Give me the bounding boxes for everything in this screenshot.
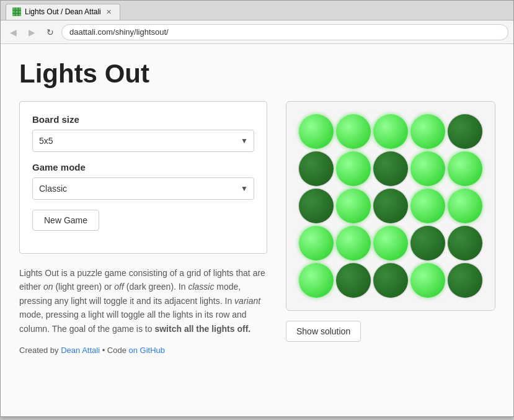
address-bar[interactable] bbox=[61, 24, 508, 40]
board-cell[interactable] bbox=[336, 114, 371, 149]
board-cell[interactable] bbox=[373, 263, 408, 298]
board-cell[interactable] bbox=[448, 189, 482, 223]
desc-off: off bbox=[114, 282, 124, 292]
description: Lights Out is a puzzle game consisting o… bbox=[19, 266, 267, 336]
main-layout: Board size 2x2 3x3 4x4 5x5 6x6 7x7 8x8 9… bbox=[19, 101, 495, 355]
board-cell[interactable] bbox=[410, 263, 445, 298]
tab-close-button[interactable]: ✕ bbox=[105, 7, 113, 16]
board-cell[interactable] bbox=[410, 151, 445, 186]
board-cell[interactable] bbox=[336, 263, 371, 298]
nav-bar: ◀ ▶ ↻ bbox=[1, 20, 513, 44]
board-cell[interactable] bbox=[336, 151, 371, 186]
game-mode-group: Game mode Classic Variant ▼ bbox=[32, 162, 254, 200]
game-mode-select[interactable]: Classic Variant bbox=[32, 177, 254, 200]
board-cell[interactable] bbox=[336, 226, 371, 261]
board-cell[interactable] bbox=[299, 151, 334, 186]
new-game-button[interactable]: New Game bbox=[32, 210, 99, 231]
footer-prefix: Created by bbox=[19, 346, 61, 355]
board-size-select[interactable]: 2x2 3x3 4x4 5x5 6x6 7x7 8x8 9x9 10x10 bbox=[32, 130, 254, 152]
board-cell[interactable] bbox=[299, 189, 334, 223]
board-size-group: Board size 2x2 3x3 4x4 5x5 6x6 7x7 8x8 9… bbox=[32, 114, 254, 152]
desc-goal: switch all the lights off. bbox=[154, 324, 250, 334]
board-cell[interactable] bbox=[448, 151, 482, 186]
board-cell[interactable] bbox=[299, 114, 334, 149]
board-cell[interactable] bbox=[448, 226, 482, 261]
board-cell[interactable] bbox=[336, 189, 371, 223]
board-cell[interactable] bbox=[299, 263, 334, 298]
footer: Created by Dean Attali • Code on GitHub bbox=[19, 346, 267, 355]
browser-window: Lights Out / Dean Attali ✕ ◀ ▶ ↻ Lights … bbox=[0, 0, 514, 417]
forward-button[interactable]: ▶ bbox=[24, 25, 39, 40]
browser-tab[interactable]: Lights Out / Dean Attali ✕ bbox=[6, 4, 120, 20]
board-cell[interactable] bbox=[373, 151, 408, 186]
board-size-select-wrapper: 2x2 3x3 4x4 5x5 6x6 7x7 8x8 9x9 10x10 ▼ bbox=[32, 130, 254, 152]
tab-title: Lights Out / Dean Attali bbox=[25, 7, 101, 16]
tab-bar: Lights Out / Dean Attali ✕ bbox=[1, 1, 513, 20]
board-cell[interactable] bbox=[410, 226, 445, 261]
board-cell[interactable] bbox=[410, 114, 445, 149]
settings-box: Board size 2x2 3x3 4x4 5x5 6x6 7x7 8x8 9… bbox=[19, 101, 267, 254]
footer-separator: • Code bbox=[100, 346, 128, 355]
board-cell[interactable] bbox=[373, 189, 408, 223]
game-mode-label: Game mode bbox=[32, 162, 254, 172]
desc-variant: variant bbox=[234, 296, 260, 306]
desc-text3: (dark green). In bbox=[124, 282, 188, 292]
right-panel: Show solution bbox=[286, 101, 495, 342]
game-mode-select-wrapper: Classic Variant ▼ bbox=[32, 177, 254, 200]
desc-on: on bbox=[43, 282, 53, 292]
github-link[interactable]: on GitHub bbox=[129, 346, 166, 355]
desc-text2: (light green) or bbox=[53, 282, 115, 292]
left-panel: Board size 2x2 3x3 4x4 5x5 6x6 7x7 8x8 9… bbox=[19, 101, 267, 355]
board-cell[interactable] bbox=[373, 226, 408, 261]
board-container bbox=[286, 101, 495, 311]
page-content: Lights Out Board size 2x2 3x3 4x4 5x5 6x bbox=[1, 44, 513, 416]
board-cell[interactable] bbox=[410, 189, 445, 223]
board-grid bbox=[299, 114, 482, 298]
board-cell[interactable] bbox=[448, 114, 482, 149]
author-link[interactable]: Dean Attali bbox=[61, 346, 100, 355]
desc-classic: classic bbox=[188, 282, 214, 292]
board-size-label: Board size bbox=[32, 114, 254, 125]
back-button[interactable]: ◀ bbox=[6, 25, 20, 40]
board-cell[interactable] bbox=[299, 226, 334, 261]
board-cell[interactable] bbox=[373, 114, 408, 149]
tab-favicon bbox=[12, 7, 21, 16]
reload-button[interactable]: ↻ bbox=[43, 25, 58, 40]
board-cell[interactable] bbox=[448, 263, 482, 298]
show-solution-button[interactable]: Show solution bbox=[286, 321, 361, 342]
page-title: Lights Out bbox=[19, 59, 495, 89]
